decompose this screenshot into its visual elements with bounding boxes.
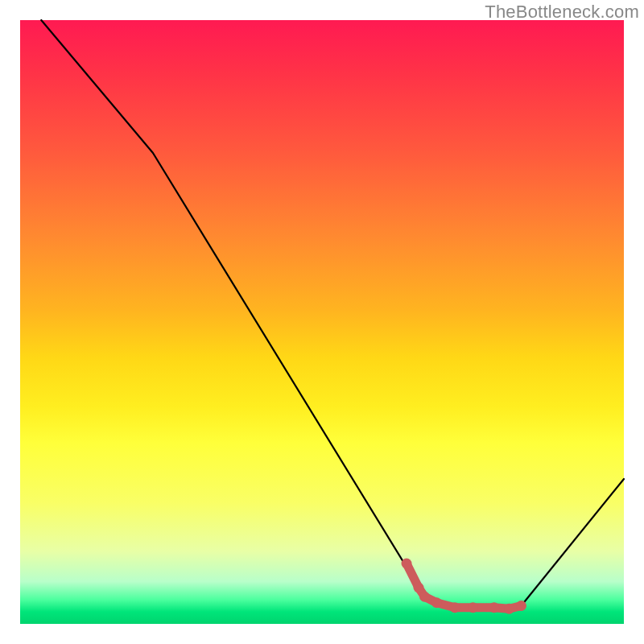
series-dot-optimal-highlight [402, 559, 412, 569]
series-dot-optimal-highlight [431, 597, 442, 608]
series-dot-optimal-highlight [468, 602, 478, 613]
chart-overlay-svg [0, 0, 644, 644]
series-dot-optimal-highlight [450, 602, 460, 613]
series-dot-optimal-highlight [504, 604, 514, 614]
series-dot-optimal-highlight [414, 583, 424, 593]
series-optimal-highlight [407, 564, 522, 609]
chart-container: TheBottleneck.com [0, 0, 644, 644]
series-bottleneck-curve [41, 20, 624, 611]
series-dot-optimal-highlight [489, 602, 499, 613]
series-dot-optimal-highlight [419, 592, 430, 602]
series-dot-optimal-highlight [516, 601, 526, 611]
watermark-text: TheBottleneck.com [485, 2, 639, 23]
